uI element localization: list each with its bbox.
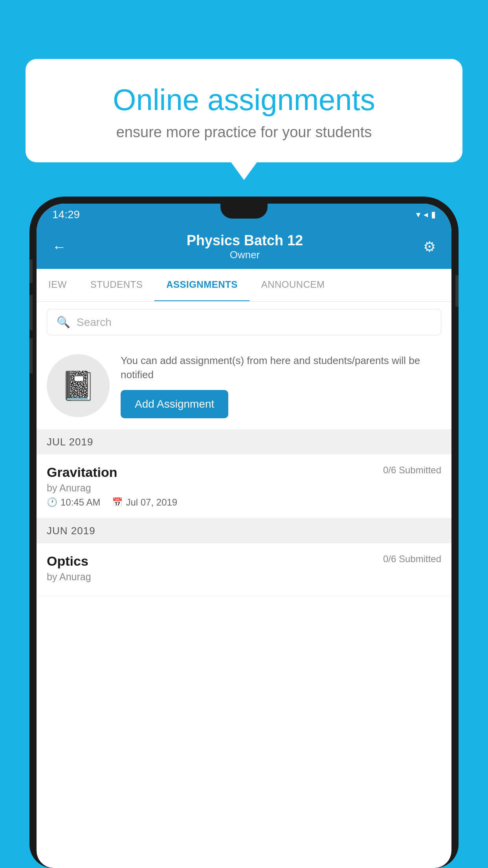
add-assignment-section: 📓 You can add assignment(s) from here an… xyxy=(37,342,451,430)
assignment-time-gravitation: 🕐 10:45 AM xyxy=(47,497,100,508)
calendar-icon: 📅 xyxy=(112,497,123,508)
search-bar[interactable]: 🔍 Search xyxy=(47,309,441,335)
date-text-gravitation: Jul 07, 2019 xyxy=(126,497,177,508)
phone-screen: 14:29 ▾ ◂ ▮ ← Physics Batch 12 Owner ⚙ I… xyxy=(37,204,451,868)
phone-device: 14:29 ▾ ◂ ▮ ← Physics Batch 12 Owner ⚙ I… xyxy=(29,197,459,868)
batch-role: Owner xyxy=(187,249,303,261)
header-center: Physics Batch 12 Owner xyxy=(187,232,303,261)
speech-subtitle: ensure more practice for your students xyxy=(53,124,435,141)
wifi-icon: ▾ xyxy=(416,210,420,220)
clock-icon: 🕐 xyxy=(47,497,57,508)
assignment-description: You can add assignment(s) from here and … xyxy=(121,353,441,382)
month-header-jul: JUL 2019 xyxy=(37,430,451,454)
search-icon: 🔍 xyxy=(57,316,70,329)
phone-side-button-left-2 xyxy=(29,295,33,330)
status-icons: ▾ ◂ ▮ xyxy=(416,210,436,220)
search-container: 🔍 Search xyxy=(37,302,451,342)
speech-bubble: Online assignments ensure more practice … xyxy=(26,59,462,162)
signal-icon: ◂ xyxy=(424,210,428,220)
assignment-name-optics: Optics xyxy=(47,554,88,569)
notebook-icon: 📓 xyxy=(61,369,96,403)
tab-students[interactable]: STUDENTS xyxy=(79,269,154,301)
batch-title: Physics Batch 12 xyxy=(187,232,303,249)
assignment-by-optics: by Anurag xyxy=(47,571,441,583)
phone-side-button-right xyxy=(455,275,459,307)
assignment-item-optics-row1: Optics 0/6 Submitted xyxy=(47,554,441,569)
tabs-bar: IEW STUDENTS ASSIGNMENTS ANNOUNCEM xyxy=(37,269,451,302)
speech-bubble-container: Online assignments ensure more practice … xyxy=(26,59,462,162)
battery-icon: ▮ xyxy=(431,210,436,220)
tab-announcements[interactable]: ANNOUNCEM xyxy=(250,269,337,301)
month-header-jun: JUN 2019 xyxy=(37,519,451,543)
add-assignment-button[interactable]: Add Assignment xyxy=(121,390,228,418)
assignment-right: You can add assignment(s) from here and … xyxy=(121,353,441,418)
settings-icon[interactable]: ⚙ xyxy=(423,239,436,255)
assignment-meta-gravitation: 🕐 10:45 AM 📅 Jul 07, 2019 xyxy=(47,497,441,508)
assignment-by-gravitation: by Anurag xyxy=(47,482,441,494)
time-text-gravitation: 10:45 AM xyxy=(61,497,100,508)
phone-side-button-left-3 xyxy=(29,338,33,373)
tab-assignments[interactable]: ASSIGNMENTS xyxy=(154,269,250,302)
search-placeholder: Search xyxy=(77,316,112,329)
assignment-name-gravitation: Gravitation xyxy=(47,465,117,480)
assignment-date-gravitation: 📅 Jul 07, 2019 xyxy=(112,497,177,508)
status-time: 14:29 xyxy=(52,208,80,221)
assignment-submitted-optics: 0/6 Submitted xyxy=(383,554,441,565)
phone-notch xyxy=(220,204,268,219)
assignment-icon-circle: 📓 xyxy=(47,354,110,417)
speech-title: Online assignments xyxy=(53,83,435,117)
app-header: ← Physics Batch 12 Owner ⚙ xyxy=(37,225,451,269)
back-button[interactable]: ← xyxy=(52,239,66,255)
assignment-item-optics[interactable]: Optics 0/6 Submitted by Anurag xyxy=(37,543,451,596)
assignment-item-gravitation[interactable]: Gravitation 0/6 Submitted by Anurag 🕐 10… xyxy=(37,454,451,519)
phone-side-button-left-1 xyxy=(29,259,33,283)
tab-overview[interactable]: IEW xyxy=(37,269,79,301)
assignment-item-row1: Gravitation 0/6 Submitted xyxy=(47,465,441,480)
assignment-submitted-gravitation: 0/6 Submitted xyxy=(383,465,441,476)
